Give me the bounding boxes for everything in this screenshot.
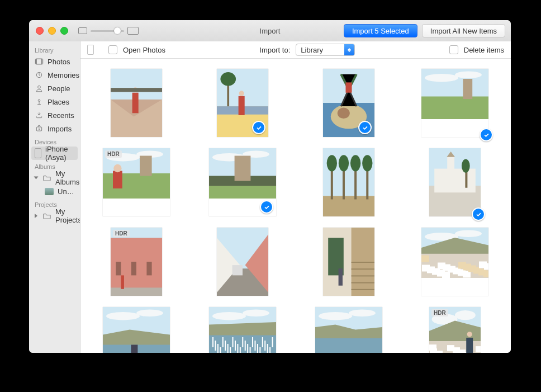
photo-thumbnail[interactable] [315, 307, 382, 353]
open-photos-checkbox[interactable] [108, 45, 117, 54]
photo-thumbnail[interactable] [217, 228, 268, 296]
import-to-value: Library [296, 46, 344, 54]
sidebar-item-label: My Projects [55, 207, 80, 224]
zoom-slider-track[interactable] [91, 30, 124, 32]
svg-rect-85 [421, 256, 429, 262]
delete-items-checkbox[interactable] [449, 45, 458, 54]
zoom-slider-thumb[interactable] [114, 27, 121, 34]
open-photos-label: Open Photos [123, 46, 165, 54]
svg-rect-102 [438, 263, 445, 270]
selected-check-icon [480, 128, 493, 141]
chevron-right-icon[interactable] [35, 214, 37, 218]
import-selected-button[interactable]: Import 5 Selected [344, 24, 417, 37]
album-thumb-icon [45, 187, 54, 195]
svg-rect-79 [339, 268, 343, 286]
photo-thumbnail[interactable] [103, 307, 170, 353]
window-controls [36, 27, 68, 35]
sidebar-item-places[interactable]: Places [29, 95, 80, 108]
svg-point-4 [38, 100, 40, 102]
photo-thumbnail[interactable]: HDR [103, 148, 170, 216]
photo-thumbnail[interactable] [421, 69, 488, 137]
import-to-select[interactable]: Library [296, 44, 355, 56]
svg-rect-110 [131, 345, 137, 353]
svg-rect-160 [430, 348, 437, 353]
thumbnail-large-icon [127, 27, 139, 35]
svg-rect-64 [111, 287, 162, 296]
svg-rect-11 [111, 88, 162, 92]
device-icon [87, 45, 94, 55]
close-icon[interactable] [36, 27, 44, 35]
sidebar-item-people[interactable]: People [29, 82, 80, 95]
sidebar: Library Photos Memories People Places Re… [29, 41, 80, 353]
svg-rect-131 [250, 347, 251, 353]
svg-point-112 [212, 312, 246, 320]
photo-thumbnail[interactable] [323, 228, 374, 296]
svg-rect-23 [345, 82, 352, 92]
sidebar-item-label: Memories [48, 71, 79, 79]
photos-icon [35, 58, 44, 65]
svg-rect-63 [146, 262, 151, 275]
photo-thumbnail[interactable] [217, 69, 268, 137]
svg-rect-163 [447, 345, 454, 351]
svg-rect-135 [259, 347, 260, 353]
svg-point-58 [462, 159, 470, 173]
import-to-label: Import to: [259, 46, 290, 54]
svg-rect-165 [466, 338, 473, 353]
photo-grid[interactable]: HDRHDRHDR [80, 59, 511, 353]
sidebar-item-my-albums[interactable]: My Albums [29, 171, 80, 185]
chevron-down-icon[interactable] [34, 177, 39, 180]
sidebar-item-label: iPhone (Asya) [45, 145, 74, 162]
svg-rect-28 [463, 79, 472, 99]
select-stepper-icon [344, 44, 354, 55]
selected-check-icon [252, 121, 265, 134]
import-all-button[interactable]: Import All New Items [422, 24, 505, 37]
svg-rect-34 [113, 171, 122, 189]
hdr-badge: HDR [105, 150, 122, 158]
selected-check-icon [472, 207, 485, 221]
svg-rect-76 [352, 275, 374, 276]
photo-thumbnail[interactable] [111, 69, 162, 137]
svg-rect-121 [225, 341, 226, 351]
svg-rect-75 [352, 268, 374, 270]
sidebar-item-memories[interactable]: Memories [29, 68, 80, 82]
svg-rect-140 [272, 337, 273, 347]
hdr-badge: HDR [113, 230, 130, 237]
svg-point-51 [362, 155, 372, 171]
zoom-icon[interactable] [60, 27, 68, 35]
svg-rect-136 [262, 337, 263, 347]
minimize-icon[interactable] [48, 27, 56, 35]
sidebar-item-my-projects[interactable]: My Projects [29, 209, 80, 223]
import-toolbar: Open Photos Import to: Library Delete it… [80, 41, 511, 59]
imports-icon [35, 125, 44, 133]
sidebar-item-imports[interactable]: Imports [29, 122, 80, 135]
svg-rect-54 [434, 169, 476, 193]
photo-thumbnail[interactable] [209, 148, 276, 216]
photo-thumbnail[interactable] [323, 69, 374, 137]
photo-thumbnail[interactable] [421, 228, 488, 296]
photo-thumbnail[interactable] [323, 148, 374, 216]
sidebar-item-device[interactable]: iPhone (Asya) [31, 147, 78, 160]
thumbnail-zoom-slider[interactable] [78, 27, 139, 35]
sidebar-item-untitled-album[interactable]: Untitled Alb… [29, 185, 80, 198]
svg-point-22 [338, 108, 350, 119]
svg-rect-104 [479, 262, 487, 268]
svg-rect-126 [237, 344, 238, 353]
photo-thumbnail[interactable] [429, 148, 481, 216]
window-title: Import [260, 27, 281, 35]
svg-rect-144 [315, 337, 382, 353]
sidebar-item-recents[interactable]: Recents [29, 108, 80, 122]
main-panel: Open Photos Import to: Library Delete it… [80, 41, 511, 353]
svg-point-18 [239, 91, 244, 96]
svg-rect-162 [476, 346, 481, 352]
photo-thumbnail[interactable]: HDR [111, 228, 162, 296]
sidebar-item-label: Imports [48, 125, 72, 133]
photo-thumbnail[interactable]: HDR [429, 307, 481, 353]
svg-rect-41 [235, 156, 251, 181]
sidebar-item-photos[interactable]: Photos [29, 55, 80, 68]
hdr-badge: HDR [431, 309, 448, 317]
photo-thumbnail[interactable] [209, 307, 276, 353]
svg-rect-103 [458, 262, 466, 269]
svg-rect-133 [254, 341, 255, 351]
svg-point-47 [339, 155, 349, 171]
svg-point-106 [106, 312, 140, 320]
